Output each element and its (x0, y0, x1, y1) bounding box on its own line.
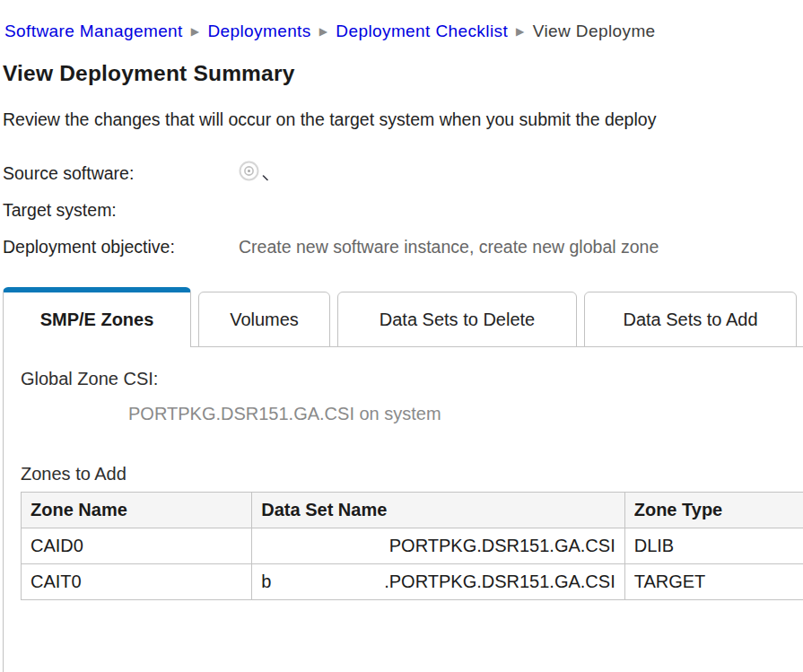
column-header-data-set-name: Data Set Name (252, 493, 624, 528)
data-set-name-cell: PORTPKG.DSR151.GA.CSI (252, 528, 624, 564)
table-row: CAIT0 b .PORTPKG.DSR151.GA.CSI TARGET (22, 564, 803, 600)
global-zone-csi-label: Global Zone CSI: (21, 369, 803, 389)
zones-to-add-table: Zone Name Data Set Name Zone Type CAID0 … (21, 492, 803, 600)
breadcrumb-separator-icon: ▶ (191, 25, 200, 38)
field-row-target-system: Target system: (3, 199, 803, 221)
zone-name-cell: CAIT0 (22, 564, 252, 600)
breadcrumb: Software Management▶Deployments▶Deployme… (0, 0, 803, 41)
redacted-text-fragment (262, 166, 269, 187)
deployment-objective-label: Deployment objective: (3, 237, 239, 257)
page-description: Review the changes that will occur on th… (3, 109, 803, 130)
breadcrumb-current-page: View Deployme (533, 22, 656, 40)
data-set-name-fragment-right: .PORTPKG.DSR151.GA.CSI (384, 572, 615, 592)
deployment-summary-fields: Source software: Target system: (3, 162, 803, 257)
table-header-row: Zone Name Data Set Name Zone Type (22, 493, 803, 528)
source-software-label: Source software: (3, 163, 239, 184)
column-header-zone-name: Zone Name (22, 493, 252, 528)
zone-type-cell: TARGET (624, 564, 803, 600)
table-row: CAID0 PORTPKG.DSR151.GA.CSI DLIB (22, 528, 803, 564)
breadcrumb-link-deployment-checklist[interactable]: Deployment Checklist (336, 22, 508, 40)
field-row-deployment-objective: Deployment objective: Create new softwar… (3, 236, 803, 257)
tab-data-sets-to-delete[interactable]: Data Sets to Delete (337, 292, 577, 347)
zone-name-cell: CAID0 (22, 528, 252, 564)
target-system-label: Target system: (3, 200, 239, 221)
tab-volumes[interactable]: Volumes (198, 292, 330, 347)
breadcrumb-link-software-management[interactable]: Software Management (4, 22, 183, 40)
zone-type-cell: DLIB (624, 528, 803, 564)
tab-bar: SMP/E Zones Volumes Data Sets to Delete … (3, 287, 803, 347)
global-zone-csi-value: PORTPKG.DSR151.GA.CSI on system (128, 404, 803, 424)
view-deployment-summary-page: Software Management▶Deployments▶Deployme… (0, 0, 803, 672)
tab-smpe-zones[interactable]: SMP/E Zones (3, 287, 191, 347)
data-set-name-cell: b .PORTPKG.DSR151.GA.CSI (252, 564, 624, 600)
smpe-zones-panel: Global Zone CSI: PORTPKG.DSR151.GA.CSI o… (3, 346, 803, 672)
page-title: View Deployment Summary (3, 61, 803, 86)
zones-to-add-heading: Zones to Add (21, 464, 803, 484)
tab-data-sets-to-add[interactable]: Data Sets to Add (584, 292, 797, 347)
deployment-objective-value: Create new software instance, create new… (239, 237, 659, 257)
data-set-name-fragment-right: PORTPKG.DSR151.GA.CSI (389, 536, 615, 556)
breadcrumb-link-deployments[interactable]: Deployments (207, 22, 310, 40)
breadcrumb-separator-icon: ▶ (319, 25, 328, 38)
field-row-source-software: Source software: (3, 162, 803, 184)
column-header-zone-type: Zone Type (624, 493, 803, 528)
target-rings-icon (239, 161, 259, 186)
data-set-name-fragment-left: b (261, 572, 271, 592)
breadcrumb-separator-icon: ▶ (516, 25, 525, 38)
